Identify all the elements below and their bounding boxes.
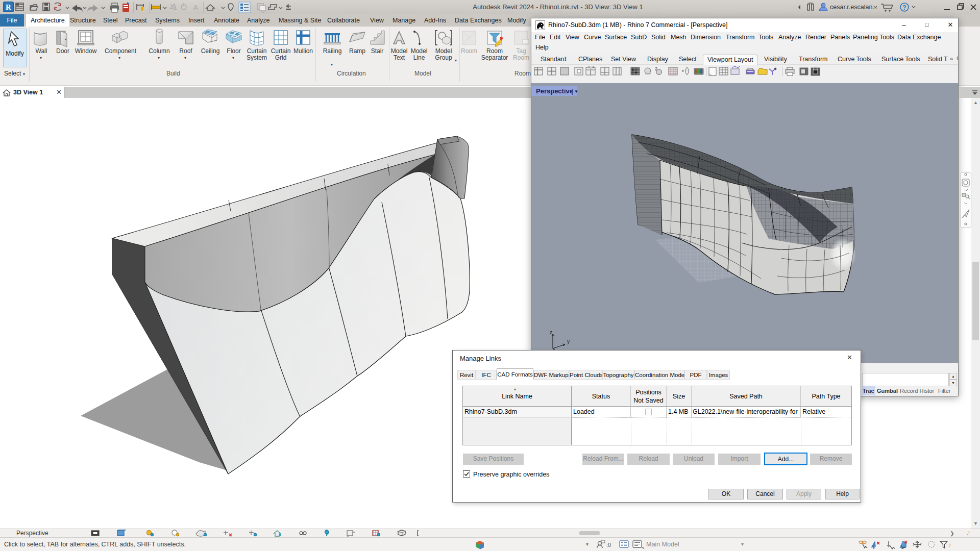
svg-text:cesar.r.escalan...: cesar.r.escalan... [830,4,878,11]
svg-text:?: ? [902,4,906,11]
svg-text:1: 1 [182,3,184,6]
svg-text:R: R [6,3,11,11]
svg-text::0: :0 [948,542,950,548]
svg-text:2: 2 [655,66,657,71]
svg-text::0: :0 [606,542,611,548]
svg-text:A: A [193,3,199,12]
svg-text:y: y [567,339,570,344]
svg-text:z: z [550,330,552,335]
